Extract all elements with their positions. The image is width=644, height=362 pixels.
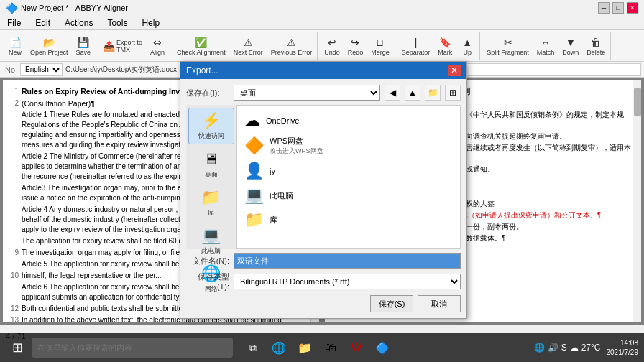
toolbar-group-edit: | Separator 🔖 Mark ▲ Up [397, 32, 481, 60]
store-btn[interactable]: 🛍 [319, 336, 342, 359]
save-dialog-btn[interactable]: 保存(S) [370, 295, 413, 312]
menu-tools[interactable]: Tools [103, 17, 132, 29]
up-btn[interactable]: ▲ Up [456, 33, 478, 59]
sidebar-label: 桌面 [205, 170, 218, 180]
app2-icon: 🔷 [375, 341, 390, 355]
next-error-icon: ⚠ [244, 37, 253, 48]
app-icon: 🔷 [6, 2, 18, 14]
titlebar-controls[interactable]: ─ □ ✕ [598, 2, 638, 14]
open-project-btn[interactable]: 📂 Open Project [27, 33, 72, 59]
taskbar: ⊞ ⧉ 🌐 📁 🛍 W 🔷 🌐 🔊 S ☁ 27°C 14:08 [0, 333, 644, 362]
taskbar-pinned-icons: ⧉ 🌐 📁 🛍 W 🔷 [242, 336, 394, 359]
redo-btn[interactable]: ↪ Redo [344, 33, 367, 59]
save-btn[interactable]: 💾 Save [73, 33, 95, 59]
taskbar-datetime: 14:08 2021/7/29 [607, 338, 639, 357]
explorer-btn[interactable]: 📁 [293, 336, 316, 359]
filename-input[interactable] [234, 253, 461, 269]
network-sys-icon[interactable]: 🌐 [534, 343, 545, 353]
split-fragment-btn[interactable]: ✂ Split Fragment [483, 33, 533, 59]
list-item[interactable]: 🔶 WPS网盘 攻击进入WPS网盘 [240, 133, 457, 159]
toolbar-group-undo: ↩ Undo ↪ Redo ⊔ Merge [319, 32, 395, 60]
app2-btn[interactable]: 🔷 [371, 336, 394, 359]
check-icon: ✅ [195, 37, 207, 48]
list-item[interactable]: 💻 此电脑 [240, 183, 457, 208]
list-item[interactable]: ☁ OneDrive [240, 108, 457, 133]
delete-btn[interactable]: 🗑 Delete [583, 33, 609, 59]
next-error-btn[interactable]: ⚠ Next Error [230, 33, 267, 59]
align-btn[interactable]: ⇔ Align [147, 33, 168, 59]
folder-icon: 📁 [244, 210, 264, 229]
close-btn[interactable]: ✕ [627, 2, 638, 14]
taskview-btn[interactable]: ⧉ [242, 336, 264, 359]
toolbar-group-new: 📄 New 📂 Open Project 💾 Save [3, 32, 96, 60]
wps-btn[interactable]: W [345, 336, 368, 359]
prev-error-btn[interactable]: ⚠ Previous Error [267, 33, 316, 59]
redo-icon: ↪ [351, 37, 359, 48]
undo-btn[interactable]: ↩ Undo [321, 33, 344, 59]
merge-btn[interactable]: ⊔ Merge [367, 33, 393, 59]
filetype-label: 保存类型(T): [186, 272, 229, 291]
match-btn[interactable]: ↔ Match [533, 33, 558, 59]
filetype-select[interactable]: Bilingual RTP Documents (*.rtf) [234, 274, 461, 289]
taskbar-search-input[interactable] [32, 338, 233, 358]
export-icon: 📤 [103, 40, 115, 52]
sidebar-item-computer[interactable]: 💻 此电脑 [188, 223, 234, 259]
up-folder-btn[interactable]: ▲ [405, 85, 420, 101]
toolbar: 📄 New 📂 Open Project 💾 Save 📤 Export to … [0, 30, 644, 62]
dialog-title: Export... [186, 65, 218, 75]
menu-edit[interactable]: Edit [31, 17, 55, 29]
save-in-label: 保存在(I): [186, 88, 229, 98]
separator-icon: | [415, 37, 418, 48]
open-icon: 📂 [43, 37, 55, 48]
align-icon: ⇔ [153, 37, 162, 48]
save-in-select[interactable]: 桌面 [234, 85, 380, 101]
computer-icon: 💻 [201, 226, 221, 245]
maximize-btn[interactable]: □ [612, 2, 624, 14]
export-to-btn[interactable]: 📤 Export to TMX [99, 33, 146, 59]
dialog-close-btn[interactable]: ✕ [448, 65, 461, 76]
list-item[interactable]: 👤 jy [240, 159, 457, 183]
merge-icon: ⊔ [376, 37, 384, 48]
delete-icon: 🗑 [591, 37, 601, 48]
row-number: 2 [9, 98, 19, 109]
separator-btn[interactable]: | Separator [398, 33, 434, 59]
filelist-name: OneDrive [266, 116, 299, 125]
weather-icon: ☁ [570, 343, 579, 353]
taskview-icon: ⧉ [249, 342, 257, 354]
back-btn[interactable]: ◀ [385, 85, 400, 101]
new-btn[interactable]: 📄 New [4, 33, 26, 59]
desktop-icon: 🖥 [203, 150, 219, 169]
sidebar-item-library[interactable]: 📁 库 [188, 185, 234, 221]
dialog-bottom: 文件名(N): 保存类型(T): Bilingual RTP Documents… [186, 253, 461, 312]
row-number: 13 [9, 315, 19, 322]
list-item[interactable]: 📁 库 [240, 208, 457, 232]
cancel-dialog-btn[interactable]: 取消 [418, 295, 461, 312]
new-icon: 📄 [9, 37, 22, 48]
mark-btn[interactable]: 🔖 Mark [434, 33, 456, 59]
row-number [9, 110, 19, 150]
app-title: New Project * - ABBYY Aligner [21, 4, 128, 12]
start-button[interactable]: ⊞ [6, 336, 29, 359]
down-btn[interactable]: ▼ Down [558, 33, 582, 59]
row-number [9, 282, 19, 302]
menu-actions[interactable]: Actions [60, 17, 97, 29]
new-folder-btn[interactable]: 📁 [425, 85, 441, 101]
minimize-btn[interactable]: ─ [598, 2, 610, 14]
temp-label: 27°C [581, 343, 601, 353]
match-icon: ↔ [540, 37, 551, 48]
quick-access-icon: ⚡ [201, 111, 221, 130]
toolbar-group-check: ✅ Check Alignment ⚠ Next Error ⚠ Previou… [172, 32, 318, 60]
sidebar-item-quick-access[interactable]: ⚡ 快速访问 [188, 108, 234, 144]
check-alignment-btn[interactable]: ✅ Check Alignment [173, 33, 229, 59]
filelist-subtitle: 攻击进入WPS网盘 [270, 147, 323, 156]
edge-btn[interactable]: 🌐 [267, 336, 290, 359]
source-lang-selector[interactable]: English [20, 63, 63, 76]
menu-help[interactable]: Help [137, 17, 164, 29]
view-btn[interactable]: ⊞ [445, 85, 461, 101]
menu-file[interactable]: File [3, 17, 25, 29]
sidebar-item-desktop[interactable]: 🖥 桌面 [188, 147, 234, 182]
export-dialog: Export... ✕ 保存在(I): 桌面 ◀ ▲ 📁 ⊞ ⚡ 快速访问 [180, 61, 467, 319]
target-scrollbar[interactable] [632, 80, 641, 322]
target-scroll-thumb[interactable] [634, 88, 641, 116]
volume-icon[interactable]: 🔊 [548, 343, 558, 353]
